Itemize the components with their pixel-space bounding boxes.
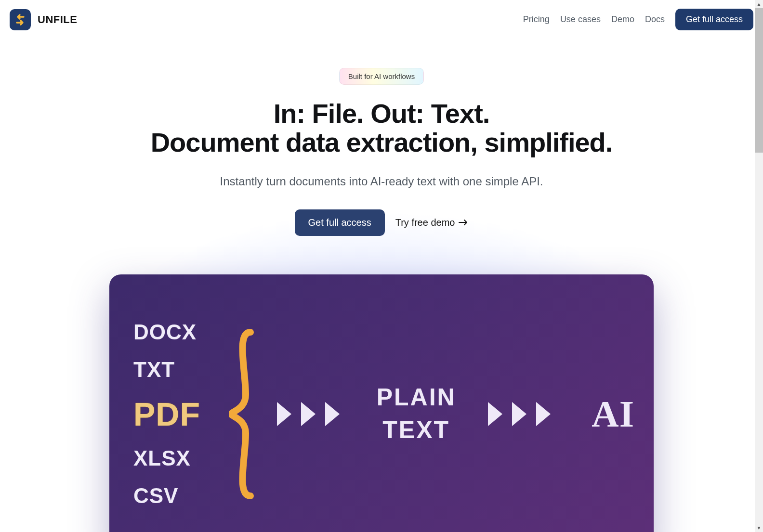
vertical-scrollbar[interactable]: ▲ ▼	[755, 0, 763, 532]
arrows-right-icon	[486, 397, 558, 431]
hero-section: Built for AI workflows In: File. Out: Te…	[0, 39, 763, 532]
hero-subhead: Instantly turn documents into AI-ready t…	[220, 175, 543, 188]
scroll-thumb[interactable]	[755, 8, 763, 153]
format-pdf: PDF	[133, 395, 227, 433]
format-docx: DOCX	[133, 320, 227, 344]
site-header: UNFILE Pricing Use cases Demo Docs Get f…	[0, 0, 763, 39]
plain-label: PLAIN	[377, 384, 456, 411]
nav-demo[interactable]: Demo	[611, 14, 634, 25]
arrow-right-icon	[459, 217, 468, 228]
nav-docs[interactable]: Docs	[645, 14, 665, 25]
format-list: DOCX TXT PDF XLSX CSV	[133, 320, 227, 508]
brace-icon	[227, 327, 260, 501]
nav-cta-button[interactable]: Get full access	[675, 9, 753, 30]
hero-cta-primary[interactable]: Get full access	[295, 209, 385, 236]
format-txt: TXT	[133, 358, 227, 382]
nav-pricing[interactable]: Pricing	[523, 14, 550, 25]
scroll-up-icon[interactable]: ▲	[755, 0, 763, 8]
hero-cta-secondary[interactable]: Try free demo	[395, 217, 469, 228]
text-label: TEXT	[382, 416, 450, 443]
hero-cta-row: Get full access Try free demo	[295, 209, 469, 236]
hero-heading: In: File. Out: Text. Document data extra…	[151, 99, 613, 157]
hero-heading-line1: In: File. Out: Text.	[274, 98, 490, 129]
hero-badge: Built for AI workflows	[339, 68, 424, 85]
hero-heading-line2: Document data extraction, simplified.	[151, 127, 613, 157]
scroll-down-icon[interactable]: ▼	[755, 524, 763, 532]
hero-diagram: DOCX TXT PDF XLSX CSV PLAIN TEXT	[109, 274, 654, 532]
ai-label: AI	[592, 392, 634, 436]
format-csv: CSV	[133, 484, 227, 508]
plain-text-label: PLAIN TEXT	[361, 381, 471, 446]
nav-usecases[interactable]: Use cases	[560, 14, 601, 25]
arrows-left-icon	[275, 397, 347, 431]
brand-block[interactable]: UNFILE	[10, 9, 77, 30]
main-nav: Pricing Use cases Demo Docs Get full acc…	[523, 9, 753, 30]
logo-icon	[10, 9, 31, 30]
brand-name: UNFILE	[38, 13, 77, 26]
format-xlsx: XLSX	[133, 446, 227, 470]
hero-cta-secondary-label: Try free demo	[395, 217, 455, 228]
